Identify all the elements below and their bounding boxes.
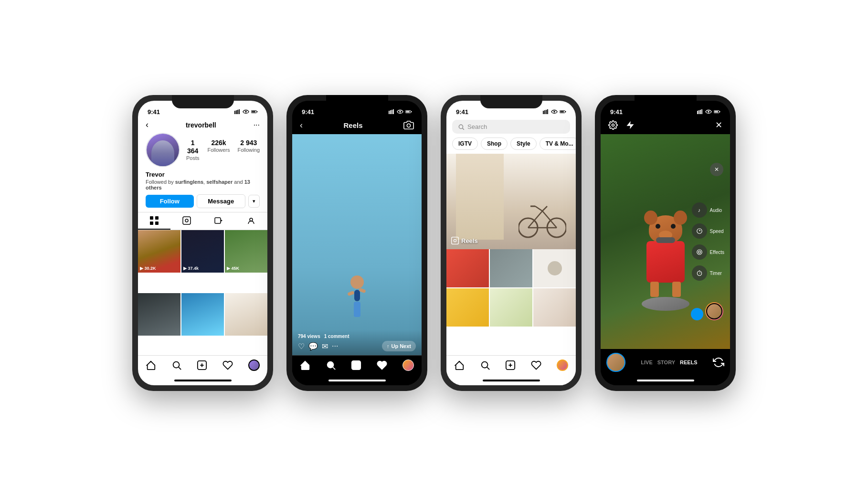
- lightning-icon[interactable]: [625, 120, 635, 130]
- tab-igtv[interactable]: [203, 212, 235, 230]
- camera-icon[interactable]: [403, 120, 414, 130]
- stat-followers[interactable]: 226k Followers: [207, 139, 230, 161]
- explore-cell-2[interactable]: [490, 249, 532, 287]
- nav-profile-2[interactable]: [402, 359, 414, 371]
- reels-label: Reels: [451, 237, 478, 244]
- explore-cell-4[interactable]: [446, 288, 489, 327]
- speed-control[interactable]: Speed: [692, 223, 724, 239]
- nav-heart-1[interactable]: [222, 360, 233, 370]
- dropdown-button[interactable]: ▾: [248, 195, 260, 208]
- grid-cell-4[interactable]: [138, 293, 180, 336]
- nav-profile-1[interactable]: [248, 359, 260, 371]
- close-button-camera[interactable]: ✕: [715, 120, 722, 130]
- back-button[interactable]: ‹: [146, 120, 148, 130]
- timer-control[interactable]: Timer: [692, 265, 724, 281]
- svg-rect-65: [701, 109, 702, 114]
- more-button-2[interactable]: ···: [332, 342, 338, 350]
- svg-line-54: [542, 206, 547, 211]
- story-thumbnail[interactable]: [606, 353, 625, 372]
- audio-icon-circle: ♪: [692, 202, 707, 218]
- like-button[interactable]: ♡: [298, 342, 305, 351]
- stat-following[interactable]: 2 943 Following: [238, 139, 260, 161]
- filter-shop[interactable]: Shop: [481, 137, 508, 150]
- nav-search-1[interactable]: [171, 360, 182, 370]
- explore-cell-3[interactable]: [533, 249, 576, 287]
- photo-grid: ▶ 30.2K ▶ 37.4k ▶ 45K: [138, 230, 267, 355]
- tab-reels[interactable]: [170, 212, 203, 230]
- views-count: 794 views: [298, 334, 320, 339]
- tab-grid[interactable]: [138, 212, 170, 230]
- reels-header: ‹ Reels: [292, 118, 422, 134]
- bio-followers: Followed by surfinglens, selfshaper and …: [146, 179, 260, 190]
- profile-mini-avatar: [691, 308, 703, 320]
- following-label: Following: [238, 147, 260, 153]
- mode-live[interactable]: LIVE: [641, 359, 652, 365]
- settings-icon[interactable]: [608, 120, 618, 130]
- grid-cell-3[interactable]: ▶ 45K: [225, 230, 267, 273]
- nav-heart-2[interactable]: [377, 360, 387, 370]
- back-button-2[interactable]: ‹: [300, 120, 303, 130]
- profile-mini[interactable]: [691, 308, 703, 320]
- nav-home-1[interactable]: [146, 360, 156, 370]
- explore-cell-6[interactable]: [533, 288, 576, 327]
- nav-search-2[interactable]: [326, 360, 336, 370]
- svg-rect-6: [252, 111, 255, 113]
- filter-igtv[interactable]: IGTV: [452, 137, 478, 150]
- close-overlay[interactable]: ✕: [710, 163, 723, 176]
- bottom-nav-2: [292, 355, 422, 376]
- mode-story[interactable]: STORY: [657, 359, 675, 365]
- more-button[interactable]: ···: [254, 121, 260, 129]
- flip-camera-icon[interactable]: [713, 357, 724, 368]
- story-ring: [705, 302, 723, 320]
- grid-cell-2[interactable]: ▶ 37.4k: [181, 230, 224, 273]
- svg-point-30: [407, 124, 410, 127]
- nav-profile-3[interactable]: [557, 359, 568, 371]
- explore-main-image[interactable]: Reels: [446, 154, 576, 249]
- search-bar[interactable]: Search: [452, 120, 570, 134]
- nav-home-2[interactable]: [300, 360, 310, 370]
- nav-heart-3[interactable]: [531, 360, 541, 370]
- explore-cell-1[interactable]: [446, 249, 489, 287]
- mode-reels[interactable]: REELS: [680, 359, 698, 365]
- svg-point-40: [553, 111, 555, 113]
- search-input[interactable]: Search: [467, 123, 487, 130]
- svg-rect-23: [390, 110, 391, 114]
- camera-left-icons: [608, 120, 635, 130]
- stat-posts[interactable]: 1 364 Posts: [186, 139, 200, 161]
- grid-cell-1[interactable]: ▶ 30.2K: [138, 230, 180, 273]
- filter-tv[interactable]: TV & Mo...: [540, 137, 576, 150]
- svg-rect-10: [150, 222, 153, 225]
- nav-add-3[interactable]: [505, 360, 516, 370]
- svg-rect-63: [699, 110, 699, 114]
- comment-button[interactable]: 💬: [308, 342, 318, 351]
- tab-tagged[interactable]: [235, 212, 267, 230]
- bio-name: Trevor: [146, 171, 260, 178]
- effects-control[interactable]: Effects: [692, 244, 724, 260]
- audio-control[interactable]: ♪ Audio: [692, 202, 724, 218]
- nav-search-3[interactable]: [480, 360, 490, 370]
- nav-add-1[interactable]: [197, 360, 207, 370]
- filter-style[interactable]: Style: [510, 137, 537, 150]
- posts-count: 1 364: [186, 139, 200, 155]
- svg-point-75: [697, 250, 702, 255]
- svg-rect-0: [234, 111, 235, 114]
- nav-home-3[interactable]: [454, 360, 465, 370]
- profile-username: trevorbell: [186, 121, 216, 129]
- grid-cell-6[interactable]: [225, 293, 267, 336]
- follow-button[interactable]: Follow: [146, 195, 194, 208]
- grid-cell-5[interactable]: [181, 293, 224, 336]
- reels-video: 794 views 1 comment ♡ 💬 ✉ ··· ↑ Up Next: [292, 134, 422, 355]
- camera-video-bg: ♪ Audio Speed: [601, 134, 730, 349]
- up-next-button[interactable]: ↑ Up Next: [382, 341, 416, 351]
- share-button[interactable]: ✉: [322, 342, 328, 351]
- time-2: 9:41: [302, 108, 314, 116]
- notch: [172, 95, 234, 108]
- camera-controls-right: ♪ Audio Speed: [692, 202, 724, 281]
- nav-add-2[interactable]: [351, 360, 361, 370]
- explore-cell-5[interactable]: [490, 288, 532, 327]
- svg-point-77: [697, 271, 701, 275]
- comments-count: 1 comment: [324, 334, 349, 339]
- story-avatar[interactable]: [705, 302, 723, 320]
- message-button[interactable]: Message: [197, 194, 246, 208]
- svg-rect-11: [155, 222, 159, 225]
